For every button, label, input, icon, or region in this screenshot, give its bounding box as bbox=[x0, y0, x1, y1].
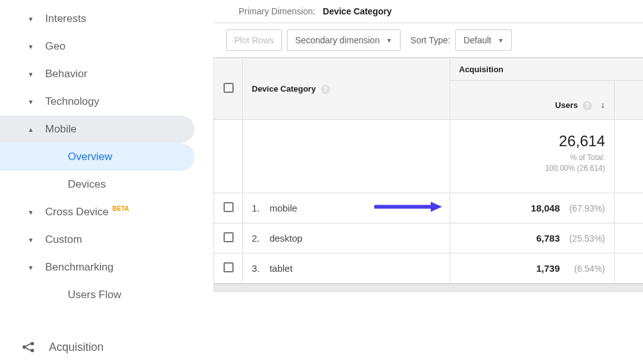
sidebar-item-users-flow[interactable]: Users Flow bbox=[0, 281, 195, 309]
row-index: 1. bbox=[252, 203, 267, 213]
section-label: Acquisition bbox=[49, 341, 104, 354]
svg-point-1 bbox=[31, 342, 34, 346]
primary-dimension-bar: Primary Dimension: Device Category bbox=[213, 0, 643, 23]
users-cell: 18,048(67.93%) bbox=[450, 193, 615, 223]
scroll-track[interactable] bbox=[213, 284, 643, 292]
summary-subtext: % of Total: bbox=[459, 153, 605, 163]
dimension-value: mobile bbox=[269, 203, 297, 213]
sidebar-item-label: Devices bbox=[68, 178, 105, 191]
chevron-down-icon bbox=[28, 99, 34, 105]
users-summary: 26,614 % of Total: 100.00% (26,614) bbox=[450, 120, 615, 193]
new-users-column-header[interactable]: New Users ? bbox=[614, 81, 643, 120]
data-table: Device Category ? Acquisition Users ? ↓ bbox=[213, 58, 643, 284]
select-all-header bbox=[214, 58, 243, 120]
sidebar-item-label: Interests bbox=[45, 13, 86, 25]
row-index: 2. bbox=[252, 233, 267, 244]
dimension-header[interactable]: Device Category ? bbox=[243, 58, 450, 120]
beta-badge: BETA bbox=[112, 205, 129, 212]
table-row[interactable]: 3. tablet 1,739(6.54%) 1,629(6.71%) bbox=[214, 253, 644, 283]
row-checkbox[interactable] bbox=[224, 202, 234, 212]
users-cell: 6,783(25.53%) bbox=[450, 223, 615, 253]
row-checkbox-cell bbox=[214, 253, 243, 283]
svg-marker-4 bbox=[431, 202, 442, 212]
sidebar-items: Interests Geo Behavior Technology Mobile… bbox=[0, 5, 213, 330]
svg-point-0 bbox=[23, 345, 26, 349]
users-cell: 1,739(6.54%) bbox=[450, 253, 615, 283]
row-checkbox-cell bbox=[214, 223, 243, 253]
metric-percent: (6.54%) bbox=[565, 264, 605, 274]
sidebar-item-label: Custom bbox=[45, 233, 82, 246]
sidebar-item-benchmarking[interactable]: Benchmarking bbox=[0, 254, 195, 281]
plot-rows-button[interactable]: Plot Rows bbox=[226, 29, 282, 51]
primary-dimension-label: Primary Dimension: bbox=[239, 6, 315, 16]
table-toolbar: Plot Rows Secondary dimension ▼ Sort Typ… bbox=[213, 23, 643, 57]
header-label: Acquisition bbox=[459, 65, 504, 74]
sidebar-item-behavior[interactable]: Behavior bbox=[0, 60, 195, 88]
select-all-checkbox[interactable] bbox=[224, 83, 234, 93]
dropdown-label: Secondary dimension bbox=[295, 35, 380, 45]
header-label: Device Category bbox=[252, 84, 316, 94]
sort-descending-icon: ↓ bbox=[601, 100, 605, 110]
summary-subtext: 100.00% (26,614) bbox=[459, 163, 605, 174]
metric-value: 1,739 bbox=[536, 263, 560, 274]
empty-cell bbox=[214, 120, 243, 193]
sidebar-item-label: Benchmarking bbox=[45, 261, 114, 274]
new-users-cell: 6,459(26.62%) bbox=[614, 223, 643, 253]
table-row[interactable]: 2. desktop 6,783(25.53%) 6,459(26.62%) bbox=[214, 223, 644, 253]
sidebar: Interests Geo Behavior Technology Mobile… bbox=[0, 0, 213, 364]
dimension-value: desktop bbox=[269, 233, 303, 244]
sort-type-dropdown[interactable]: Default ▼ bbox=[455, 29, 512, 51]
row-index: 3. bbox=[252, 263, 267, 274]
metric-percent: (25.53%) bbox=[565, 233, 605, 244]
acquisition-icon bbox=[21, 340, 35, 354]
summary-subtext: 100.00% (24,261) bbox=[624, 163, 644, 174]
chevron-down-icon bbox=[28, 71, 34, 78]
dimension-value: tablet bbox=[269, 263, 293, 274]
annotation-arrow-icon bbox=[374, 201, 443, 215]
help-icon[interactable]: ? bbox=[583, 101, 592, 110]
sidebar-section-acquisition[interactable]: Acquisition bbox=[0, 330, 213, 364]
sidebar-item-label: Geo bbox=[45, 40, 65, 53]
row-checkbox[interactable] bbox=[224, 232, 234, 242]
sidebar-item-label: Users Flow bbox=[68, 289, 121, 301]
sidebar-subitem-overview[interactable]: Overview bbox=[0, 143, 195, 171]
metric-value: 6,783 bbox=[536, 233, 560, 244]
dimension-cell[interactable]: 3. tablet bbox=[243, 253, 450, 283]
header-label: Users bbox=[555, 100, 578, 110]
summary-value: 24,262 bbox=[624, 132, 644, 150]
chevron-down-icon bbox=[28, 209, 34, 216]
chevron-down-icon bbox=[28, 16, 34, 23]
sidebar-subitem-devices[interactable]: Devices bbox=[0, 171, 195, 198]
sidebar-item-interests[interactable]: Interests bbox=[0, 5, 195, 33]
dimension-cell[interactable]: 1. mobile bbox=[243, 193, 450, 223]
chevron-down-icon: ▼ bbox=[386, 37, 392, 44]
sidebar-item-custom[interactable]: Custom bbox=[0, 226, 195, 254]
summary-subtext: % of Total: bbox=[624, 153, 644, 163]
dimension-cell[interactable]: 2. desktop bbox=[243, 223, 450, 253]
sidebar-item-label: Mobile bbox=[45, 123, 77, 136]
chevron-down-icon bbox=[28, 264, 34, 271]
sort-type-label: Sort Type: bbox=[411, 35, 451, 45]
new-users-cell: 16,174(66.66%) bbox=[614, 193, 643, 223]
table-row[interactable]: 1. mobile 18,048(67.93%) 16,174(66.66%) bbox=[214, 193, 644, 223]
primary-dimension-value[interactable]: Device Category bbox=[323, 6, 392, 16]
sidebar-item-mobile[interactable]: Mobile bbox=[0, 115, 195, 143]
users-column-header[interactable]: Users ? ↓ bbox=[450, 81, 615, 120]
secondary-dimension-dropdown[interactable]: Secondary dimension ▼ bbox=[287, 29, 401, 51]
row-checkbox[interactable] bbox=[224, 262, 234, 272]
help-icon[interactable]: ? bbox=[321, 85, 330, 94]
data-table-wrapper[interactable]: Device Category ? Acquisition Users ? ↓ bbox=[213, 57, 643, 364]
dropdown-label: Default bbox=[463, 35, 491, 45]
metric-value: 18,048 bbox=[531, 203, 560, 213]
new-users-summary: 24,262 % of Total: 100.00% (24,261) bbox=[614, 120, 643, 193]
empty-cell bbox=[243, 120, 450, 193]
chevron-up-icon bbox=[28, 126, 34, 133]
chevron-down-icon bbox=[28, 43, 34, 50]
sidebar-item-label: Cross Device bbox=[45, 206, 109, 218]
chevron-down-icon: ▼ bbox=[498, 37, 504, 44]
sidebar-item-cross-device[interactable]: Cross DeviceBETA bbox=[0, 198, 195, 226]
acquisition-group-header: Acquisition bbox=[450, 58, 644, 81]
main-content: Primary Dimension: Device Category Plot … bbox=[213, 0, 643, 364]
sidebar-item-technology[interactable]: Technology bbox=[0, 88, 195, 115]
sidebar-item-geo[interactable]: Geo bbox=[0, 33, 195, 60]
